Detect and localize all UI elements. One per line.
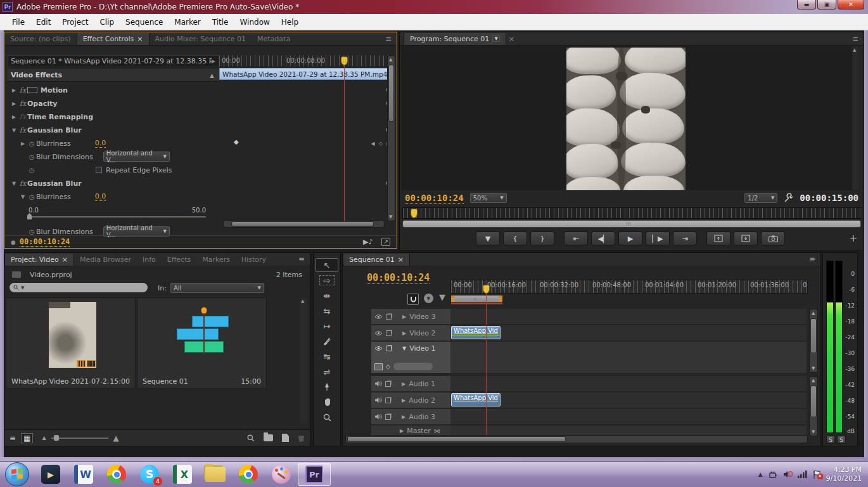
menu-sequence[interactable]: Sequence [120,18,169,27]
blurriness-value[interactable]: 0.0 [95,192,106,201]
tab-metadata[interactable]: Metadata [252,33,296,45]
tab-info[interactable]: Info [137,254,162,266]
project-item-video[interactable]: WhatsApp Video 2021-07-2... 15:00 [6,297,136,389]
play-audio-preview-icon[interactable]: ▶♪ [363,238,373,246]
extract-button[interactable] [734,231,758,245]
effect-row-motion[interactable]: ▶ fx Motion ↺ [4,84,397,96]
program-viewer[interactable]: ▲ [401,46,858,190]
taskbar-skype-icon[interactable]: S4 [133,463,166,486]
work-area-end-handle[interactable] [499,295,502,302]
effect-horizontal-scrollbar[interactable] [223,220,385,228]
project-item-sequence[interactable]: Sequence 01 15:00 [137,297,267,389]
stopwatch-icon[interactable]: ◷ [27,153,36,160]
thumbnail-zoom-slider[interactable] [51,438,108,439]
sync-lock-icon[interactable] [385,381,391,387]
expand-icon[interactable]: ▶ [402,398,405,403]
tab-history[interactable]: History [236,254,272,266]
solo-right-button[interactable]: S [837,436,846,444]
rate-stretch-tool[interactable]: ↦ [316,319,338,333]
track-header-audio2[interactable]: ▶ Audio 2 [371,393,450,408]
timeline-ruler[interactable]: 00:00 00:00:16:00 00:00:32:00 00:00:48:0… [450,280,808,294]
scroll-thumb[interactable] [231,221,374,226]
effect-clip-bar[interactable]: WhatsApp Video 2021-07-29 at 12.38.35 PM… [219,68,388,80]
item-name[interactable]: Sequence 01 [143,377,188,386]
tab-effects[interactable]: Effects [162,254,196,266]
timeline-horizontal-scrollbar[interactable] [345,435,808,443]
program-scrubber[interactable] [402,207,861,219]
effect-vertical-scrollbar[interactable]: ▲ ▼ [387,55,395,221]
slider-thumb[interactable] [54,435,59,441]
menu-file[interactable]: File [6,18,30,27]
program-current-timecode[interactable]: 00:00:10:24 [405,193,464,204]
keyframe-toggle-icon[interactable]: ◇ [386,363,390,370]
speaker-icon[interactable] [374,380,382,387]
expand-icon[interactable]: ▶ [10,114,18,120]
scroll-up-icon[interactable]: ▲ [389,57,392,62]
panel-menu-icon[interactable]: ≡ [293,255,310,264]
stopwatch-icon[interactable]: ◷ [27,140,36,147]
panel-menu-icon[interactable]: ≡ [847,34,864,43]
zoom-in-mountain-icon[interactable]: ▲ [113,434,119,443]
lift-button[interactable] [706,231,731,245]
sync-lock-icon[interactable] [385,414,391,420]
taskbar-folder-icon[interactable] [199,463,232,486]
project-scrollbar[interactable]: ▲ [300,297,307,424]
track-header-audio3[interactable]: ▶ Audio 3 [371,409,450,425]
expand-icon[interactable]: ▶ [402,381,405,387]
add-keyframe-icon[interactable]: ◇ [379,141,383,146]
sync-lock-icon[interactable] [386,346,392,351]
effect-playhead-marker[interactable]: ᎒᎒ [341,56,348,65]
selection-tool[interactable]: ↖ [316,258,338,272]
scroll-down-icon[interactable]: ▼ [812,429,815,434]
collapse-icon[interactable]: ▼ [10,127,18,133]
expand-icon[interactable]: ▶ [402,414,405,420]
work-area-bar[interactable]: ⁞⁞ [451,295,502,302]
effect-row-opacity[interactable]: ▶ fx Opacity ↺ [4,97,397,110]
tab-audio-mixer[interactable]: Audio Mixer: Sequence 01 [150,33,252,45]
close-icon[interactable]: × [137,35,143,43]
new-bin-button[interactable] [264,434,273,441]
list-view-button[interactable]: ≡ [10,434,16,443]
zoom-tool[interactable] [316,410,338,424]
mark-out-button[interactable]: } [530,231,554,245]
menu-clip[interactable]: Clip [94,18,120,27]
effect-row-time-remapping[interactable]: ▶ fx Time Remapping [4,110,397,123]
tab-sequence-01[interactable]: Sequence 01× [343,254,410,266]
scroll-up-icon[interactable]: ▲ [812,378,815,383]
rolling-edit-tool[interactable]: ⇆ [316,304,338,318]
add-marker-button[interactable]: ▼ [476,231,500,245]
expand-icon[interactable]: ▶ [402,330,406,336]
collapse-icon[interactable]: ▼ [402,346,406,351]
scroll-down-icon[interactable]: ▼ [389,214,392,219]
set-display-style-icon[interactable] [374,363,383,370]
work-area-start-handle[interactable] [451,295,454,302]
video-tracks-scrollbar[interactable]: ▲ ▼ [809,309,818,373]
tab-program[interactable]: Program: Sequence 01 ▼ [404,33,506,45]
action-center-flag-icon[interactable]: ✕ [813,471,820,479]
slide-tool[interactable]: ⇌ [316,365,338,379]
audio-tracks-scrollbar[interactable]: ▲ ▼ [809,376,818,436]
blurriness-value[interactable]: 0.0 [95,139,106,148]
scroll-thumb[interactable] [347,436,566,442]
prev-keyframe-icon[interactable]: ◀ [371,141,375,146]
effect-row-gaussian-blur-2[interactable]: ▼ fx Gaussian Blur ↺ [4,177,397,190]
effect-row-repeat-edge[interactable]: ◷ Repeat Edge Pixels [4,164,397,176]
goto-in-button[interactable]: ⇤ [564,231,588,245]
timeline-clip-video[interactable]: WhatsApp Vid [451,326,501,339]
tray-expand-icon[interactable]: ▲ [758,471,763,477]
icon-view-button[interactable]: ▦ [21,433,33,443]
sequence-marker-menu-icon[interactable]: ▼ [424,294,433,303]
zoom-out-mountain-icon[interactable]: ▲ [42,435,46,441]
effect-row-gaussian-blur-1[interactable]: ▼ fx Gaussian Blur ↺ [4,124,397,136]
ripple-edit-tool[interactable]: ⇹ [316,289,338,302]
speaker-icon[interactable] [374,413,382,420]
track-content-audio3[interactable] [450,409,807,425]
project-search-box[interactable]: ▼ [10,283,148,292]
step-back-button[interactable]: ◀▏ [591,231,615,245]
expand-icon[interactable]: ▶ [10,88,18,93]
export-frame-button[interactable] [761,231,785,245]
menu-window[interactable]: Window [234,18,275,27]
blurriness-slider-track[interactable] [29,216,206,218]
start-button[interactable] [5,462,29,486]
stopwatch-icon[interactable]: ◷ [27,193,36,200]
